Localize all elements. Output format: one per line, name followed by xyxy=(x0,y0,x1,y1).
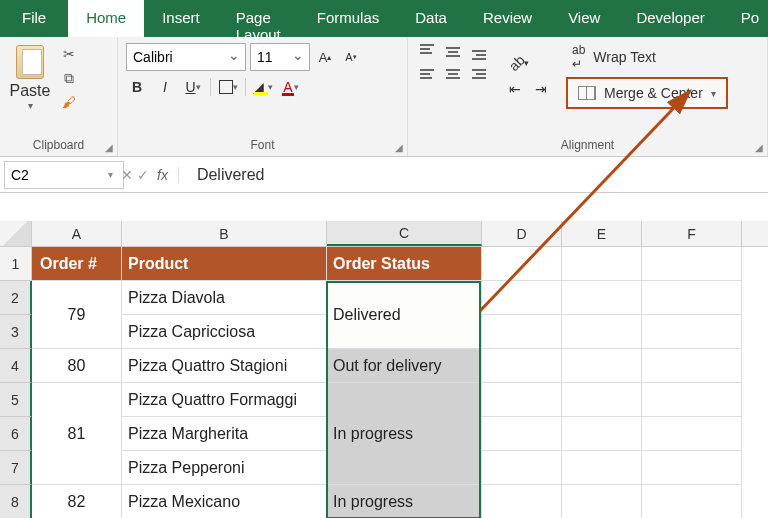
cell-F6[interactable] xyxy=(642,417,742,451)
row-head-5[interactable]: 5 xyxy=(0,383,32,417)
cell-F8[interactable] xyxy=(642,485,742,518)
cell-E5[interactable] xyxy=(562,383,642,417)
underline-button[interactable]: U ▾ xyxy=(182,77,204,97)
col-head-C[interactable]: C xyxy=(327,221,482,246)
format-painter-button[interactable]: 🖌 xyxy=(58,92,80,112)
cell-B3[interactable]: Pizza Capricciosa xyxy=(122,315,327,349)
cell-B5[interactable]: Pizza Quattro Formaggi xyxy=(122,383,327,417)
cell-B6[interactable]: Pizza Margherita xyxy=(122,417,327,451)
cell-C4[interactable]: Out for delivery xyxy=(327,349,482,383)
cell-C1[interactable]: Order Status xyxy=(327,247,482,281)
cell-E6[interactable] xyxy=(562,417,642,451)
cell-E2[interactable] xyxy=(562,281,642,315)
cell-B4[interactable]: Pizza Quattro Stagioni xyxy=(122,349,327,383)
cell-B7[interactable]: Pizza Pepperoni xyxy=(122,451,327,485)
font-size-select[interactable] xyxy=(250,43,310,71)
italic-button[interactable]: I xyxy=(154,77,176,97)
cell-E8[interactable] xyxy=(562,485,642,518)
cell-C2[interactable]: Delivered xyxy=(327,281,482,349)
increase-font-button[interactable]: A▴ xyxy=(314,47,336,67)
cell-A2[interactable]: 79 xyxy=(32,281,122,349)
cell-D3[interactable] xyxy=(482,315,562,349)
cell-A1[interactable]: Order # xyxy=(32,247,122,281)
tab-view[interactable]: View xyxy=(550,0,618,37)
decrease-font-button[interactable]: A▾ xyxy=(340,47,362,67)
cell-C8[interactable]: In progress xyxy=(327,485,482,518)
align-top-button[interactable] xyxy=(416,43,438,61)
col-head-E[interactable]: E xyxy=(562,221,642,246)
select-all-button[interactable] xyxy=(0,221,32,246)
cell-D6[interactable] xyxy=(482,417,562,451)
cell-C5[interactable]: In progress xyxy=(327,383,482,485)
font-color-button[interactable]: A ▾ xyxy=(280,77,302,97)
decrease-indent-button[interactable]: ⇤ xyxy=(504,79,526,99)
cell-D7[interactable] xyxy=(482,451,562,485)
orientation-button[interactable]: ab ▾ xyxy=(504,53,534,73)
borders-button[interactable]: ▾ xyxy=(217,77,239,97)
cell-B2[interactable]: Pizza Diavola xyxy=(122,281,327,315)
cell-F2[interactable] xyxy=(642,281,742,315)
wrap-text-button[interactable]: ab↵ Wrap Text xyxy=(566,43,728,71)
row-head-4[interactable]: 4 xyxy=(0,349,32,383)
tab-insert[interactable]: Insert xyxy=(144,0,218,37)
clipboard-dialog-launcher[interactable]: ◢ xyxy=(105,142,113,153)
increase-indent-button[interactable]: ⇥ xyxy=(530,79,552,99)
row-head-3[interactable]: 3 xyxy=(0,315,32,349)
tab-page-layout[interactable]: Page Layout xyxy=(218,0,299,37)
tab-file[interactable]: File xyxy=(0,0,68,37)
row-head-2[interactable]: 2 xyxy=(0,281,32,315)
cell-F3[interactable] xyxy=(642,315,742,349)
align-left-button[interactable] xyxy=(416,65,438,83)
cell-E1[interactable] xyxy=(562,247,642,281)
tab-review[interactable]: Review xyxy=(465,0,550,37)
cell-B1[interactable]: Product xyxy=(122,247,327,281)
tab-more[interactable]: Po xyxy=(723,0,768,37)
cut-button[interactable]: ✂ xyxy=(58,44,80,64)
align-bottom-button[interactable] xyxy=(468,43,490,61)
alignment-dialog-launcher[interactable]: ◢ xyxy=(755,142,763,153)
col-head-A[interactable]: A xyxy=(32,221,122,246)
align-middle-button[interactable] xyxy=(442,43,464,61)
cell-A5[interactable]: 81 xyxy=(32,383,122,485)
align-right-button[interactable] xyxy=(468,65,490,83)
row-head-6[interactable]: 6 xyxy=(0,417,32,451)
tab-developer[interactable]: Developer xyxy=(618,0,722,37)
col-head-F[interactable]: F xyxy=(642,221,742,246)
tab-home[interactable]: Home xyxy=(68,0,144,37)
fx-button[interactable]: fx xyxy=(157,167,179,183)
cell-E3[interactable] xyxy=(562,315,642,349)
fill-color-button[interactable]: ◢ ▾ xyxy=(252,77,274,97)
font-name-select[interactable] xyxy=(126,43,246,71)
row-head-1[interactable]: 1 xyxy=(0,247,32,281)
row-head-8[interactable]: 8 xyxy=(0,485,32,518)
row-head-7[interactable]: 7 xyxy=(0,451,32,485)
enter-formula-button[interactable]: ✓ xyxy=(137,167,149,183)
cell-D2[interactable] xyxy=(482,281,562,315)
align-center-button[interactable] xyxy=(442,65,464,83)
cell-D5[interactable] xyxy=(482,383,562,417)
col-head-D[interactable]: D xyxy=(482,221,562,246)
cell-B8[interactable]: Pizza Mexicano xyxy=(122,485,327,518)
font-dialog-launcher[interactable]: ◢ xyxy=(395,142,403,153)
cell-D8[interactable] xyxy=(482,485,562,518)
cell-F5[interactable] xyxy=(642,383,742,417)
cell-A8[interactable]: 82 xyxy=(32,485,122,518)
formula-input[interactable]: Delivered xyxy=(189,162,768,188)
cell-E7[interactable] xyxy=(562,451,642,485)
cell-F4[interactable] xyxy=(642,349,742,383)
copy-button[interactable]: ⧉ xyxy=(58,68,80,88)
cell-F7[interactable] xyxy=(642,451,742,485)
cell-A4[interactable]: 80 xyxy=(32,349,122,383)
paste-button[interactable]: Paste ▾ xyxy=(8,43,52,113)
cancel-formula-button[interactable]: ✕ xyxy=(121,167,133,183)
col-head-B[interactable]: B xyxy=(122,221,327,246)
tab-formulas[interactable]: Formulas xyxy=(299,0,398,37)
cell-E4[interactable] xyxy=(562,349,642,383)
cell-D1[interactable] xyxy=(482,247,562,281)
bold-button[interactable]: B xyxy=(126,77,148,97)
cell-D4[interactable] xyxy=(482,349,562,383)
merge-center-button[interactable]: Merge & Center ▾ xyxy=(566,77,728,109)
name-box[interactable]: C2 xyxy=(4,161,124,189)
cell-F1[interactable] xyxy=(642,247,742,281)
tab-data[interactable]: Data xyxy=(397,0,465,37)
